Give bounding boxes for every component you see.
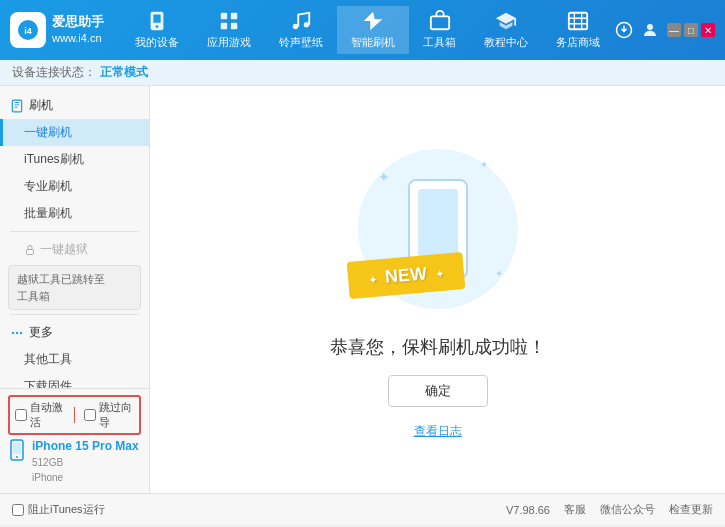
sidebar-item-label: 一键刷机 — [24, 125, 72, 139]
sidebar-more-header: 更多 — [0, 319, 149, 346]
main-layout: 刷机 一键刷机 iTunes刷机 专业刷机 批量刷机 一键越狱 越狱工具已跳转至 — [0, 86, 725, 493]
status-bar: 设备连接状态： 正常模式 — [0, 60, 725, 86]
confirm-button[interactable]: 确定 — [388, 375, 488, 407]
skip-guide-label: 跳过向导 — [99, 400, 134, 430]
itunes-block-checkbox[interactable] — [12, 504, 24, 516]
user-icon[interactable] — [641, 21, 659, 39]
itunes-block-option[interactable]: 阻止iTunes运行 — [12, 502, 105, 517]
tab-label: 应用游戏 — [207, 35, 251, 50]
tab-ringtone[interactable]: 铃声壁纸 — [265, 6, 337, 54]
header-right — [615, 21, 659, 39]
svg-point-19 — [20, 331, 22, 333]
svg-rect-8 — [231, 23, 237, 29]
status-label: 设备连接状态： — [12, 64, 96, 81]
minimize-button[interactable]: — — [667, 23, 681, 37]
tab-label: 我的设备 — [135, 35, 179, 50]
version-label: V7.98.66 — [506, 504, 550, 516]
svg-rect-11 — [430, 16, 448, 29]
success-message: 恭喜您，保料刷机成功啦！ — [330, 335, 546, 359]
more-section-icon — [10, 326, 24, 340]
tab-my-device[interactable]: 我的设备 — [121, 6, 193, 54]
sidebar-item-other-tools[interactable]: 其他工具 — [0, 346, 149, 373]
device-storage: 512GB — [32, 455, 139, 470]
sidebar-item-batch-flash[interactable]: 批量刷机 — [0, 200, 149, 227]
tab-business[interactable]: 务店商域 — [542, 6, 614, 54]
sidebar-item-label: iTunes刷机 — [24, 152, 84, 166]
svg-rect-15 — [12, 100, 21, 112]
itunes-block-label: 阻止iTunes运行 — [28, 502, 105, 517]
device-type: iPhone — [32, 470, 139, 485]
tab-label: 务店商域 — [556, 35, 600, 50]
check-update-link[interactable]: 检查更新 — [669, 502, 713, 517]
footer: 阻止iTunes运行 V7.98.66 客服 微信公众号 检查更新 — [0, 493, 725, 525]
logo-svg: i4 — [16, 18, 40, 42]
skip-guide-option[interactable]: 跳过向导 — [84, 400, 134, 430]
auto-activate-option[interactable]: 自动激活 — [15, 400, 65, 430]
download-icon[interactable] — [615, 21, 633, 39]
flash-section-label: 刷机 — [29, 97, 53, 114]
close-button[interactable]: ✕ — [701, 23, 715, 37]
logo-icon: i4 — [10, 12, 46, 48]
illus-circle: ✦ ✦ ✦ NEW — [358, 149, 518, 309]
svg-point-9 — [293, 24, 299, 30]
sidebar-item-pro-flash[interactable]: 专业刷机 — [0, 173, 149, 200]
svg-point-17 — [12, 331, 14, 333]
svg-rect-3 — [153, 15, 160, 23]
tab-label: 工具箱 — [423, 35, 456, 50]
auto-activate-label: 自动激活 — [30, 400, 65, 430]
device-name: iPhone 15 Pro Max — [32, 437, 139, 455]
svg-rect-5 — [221, 13, 227, 19]
sidebar-divider-1 — [10, 231, 139, 232]
tab-label: 铃声壁纸 — [279, 35, 323, 50]
device-details: iPhone 15 Pro Max 512GB iPhone — [32, 437, 139, 485]
window-controls: — □ ✕ — [667, 23, 715, 37]
svg-rect-16 — [27, 249, 34, 254]
star-2: ✦ — [480, 159, 488, 170]
logo-name: 爱思助手 — [52, 14, 104, 31]
sidebar-item-download-firmware[interactable]: 下载固件 — [0, 373, 149, 388]
nav-tabs: 我的设备 应用游戏 铃声壁纸 智能刷机 工具箱 教程中心 务店商域 — [120, 6, 615, 54]
more-section-label: 更多 — [29, 324, 53, 341]
flash-section-icon — [10, 99, 24, 113]
star-3: ✦ — [495, 268, 503, 279]
auto-activate-checkbox[interactable] — [15, 409, 27, 421]
svg-text:i4: i4 — [24, 26, 32, 36]
support-link[interactable]: 客服 — [564, 502, 586, 517]
left-column: 刷机 一键刷机 iTunes刷机 专业刷机 批量刷机 一键越狱 越狱工具已跳转至 — [0, 86, 150, 493]
wechat-link[interactable]: 微信公众号 — [600, 502, 655, 517]
logo-sub: www.i4.cn — [52, 31, 104, 45]
status-value: 正常模式 — [100, 64, 148, 81]
svg-rect-7 — [221, 23, 227, 29]
maximize-button[interactable]: □ — [684, 23, 698, 37]
tab-label: 智能刷机 — [351, 35, 395, 50]
sidebar-item-label: 下载固件 — [24, 379, 72, 388]
device-icon-wrap — [8, 439, 26, 465]
sidebar-item-itunes-flash[interactable]: iTunes刷机 — [0, 146, 149, 173]
sidebar-item-label: 其他工具 — [24, 352, 72, 366]
sidebar-item-label: 批量刷机 — [24, 206, 72, 220]
view-log-button[interactable]: 查看日志 — [414, 423, 462, 440]
sidebar-item-one-key-flash[interactable]: 一键刷机 — [0, 119, 149, 146]
svg-point-10 — [304, 22, 310, 27]
banner-text: NEW — [384, 263, 428, 287]
tab-apps[interactable]: 应用游戏 — [193, 6, 265, 54]
checkbox-separator — [74, 407, 75, 423]
sidebar-item-label: 专业刷机 — [24, 179, 72, 193]
tab-toolbox[interactable]: 工具箱 — [409, 6, 470, 54]
svg-point-22 — [16, 456, 18, 458]
logo-text: 爱思助手 www.i4.cn — [52, 14, 104, 45]
tab-label: 教程中心 — [484, 35, 528, 50]
lock-icon — [24, 244, 36, 256]
sidebar-disabled-jailbreak: 一键越狱 — [0, 236, 149, 263]
tab-tutorial[interactable]: 教程中心 — [470, 6, 542, 54]
svg-rect-12 — [569, 13, 587, 30]
skip-guide-checkbox[interactable] — [84, 409, 96, 421]
tab-smart-flash[interactable]: 智能刷机 — [337, 6, 409, 54]
sidebar-bottom: 自动激活 跳过向导 iPhone 15 Pro Max — [0, 388, 149, 493]
success-illustration: ✦ ✦ ✦ NEW — [338, 139, 538, 319]
svg-rect-21 — [13, 443, 21, 454]
activation-options: 自动激活 跳过向导 — [8, 395, 141, 435]
note-line2: 工具箱 — [17, 290, 50, 302]
device-phone-icon — [8, 439, 26, 461]
svg-point-4 — [156, 25, 159, 28]
